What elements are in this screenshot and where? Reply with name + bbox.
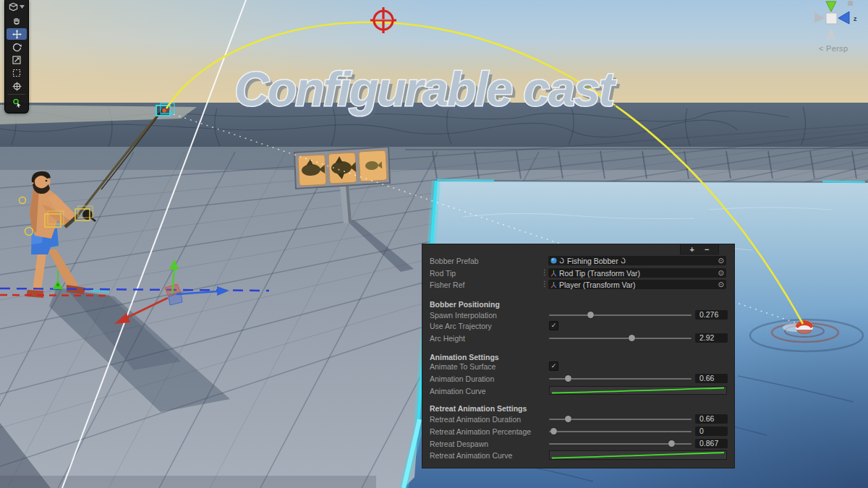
slider-value[interactable]: 0.276 <box>695 310 728 320</box>
gizmo-x-axis-cone[interactable] <box>814 12 825 23</box>
field-label: Rod Tip <box>430 269 456 278</box>
retreat-animation-curve-field[interactable] <box>549 450 727 460</box>
field-label: Bobber Prefab <box>430 257 479 265</box>
rotate-icon <box>12 43 22 52</box>
fishing-cast-inspector-panel: + − Bobber Prefab Fishing Bobber ⊙ Rod T… <box>422 244 735 468</box>
bobber-script-icon <box>559 257 565 265</box>
kebab-menu-icon[interactable]: ⋮ <box>541 280 548 288</box>
slider-handle[interactable] <box>550 428 557 435</box>
checkbox-row: Animate To Surface ✓ <box>422 361 734 372</box>
scene-tools-overlay <box>4 0 29 114</box>
retreat-animation-percentage-slider[interactable] <box>549 431 692 432</box>
field-value: Fishing Bobber <box>567 257 618 265</box>
slider-row: Retreat Despawn 0.867 <box>422 439 734 449</box>
bobber-prefab-field[interactable]: Fishing Bobber ⊙ <box>548 256 726 265</box>
gizmo-center-cube[interactable] <box>826 13 837 24</box>
array-size-buttons: + − <box>680 244 719 254</box>
slider-handle[interactable] <box>587 312 594 318</box>
slider-row: Retreat Animation Percentage 0 <box>422 427 734 437</box>
slider-label: Retreat Despawn <box>430 440 488 448</box>
animation-curve-field[interactable] <box>549 386 727 395</box>
cube-icon <box>9 2 18 12</box>
chevron-down-icon <box>20 5 25 9</box>
custom-tool-icon <box>12 98 22 108</box>
transform-icon <box>550 270 557 277</box>
add-button[interactable]: + <box>690 246 694 253</box>
retreat-animation-duration-slider[interactable] <box>549 419 692 420</box>
slider-handle[interactable] <box>565 416 571 422</box>
slider-value[interactable]: 0.867 <box>695 439 728 448</box>
transform-tool-button[interactable] <box>7 80 27 92</box>
prefab-icon <box>550 257 557 264</box>
scale-icon <box>12 56 21 64</box>
slider-row: Retreat Animation Duration 0.66 <box>422 414 734 424</box>
checkbox-label: Use Arc Trajectory <box>430 322 492 330</box>
transform-icon <box>550 281 557 288</box>
field-value: Rod Tip (Transform Var) <box>559 269 640 278</box>
rect-tool-button[interactable] <box>7 67 27 79</box>
slider-label: Spawn Interpolation <box>430 311 497 320</box>
retreat-despawn-slider[interactable] <box>549 443 692 445</box>
gizmo-z-label: z <box>854 15 857 22</box>
bottom-shade <box>0 476 376 488</box>
slider-value[interactable]: 0.66 <box>695 374 728 383</box>
object-picker-icon[interactable]: ⊙ <box>718 280 724 289</box>
unity-scene-view: Configurable cast Configurable cast <box>0 0 868 488</box>
section-header: Retreat Animation Settings <box>422 403 734 414</box>
slider-handle[interactable] <box>668 440 675 447</box>
curve-preview <box>550 451 726 459</box>
use-arc-trajectory-checkbox[interactable]: ✓ <box>549 321 558 330</box>
gizmo-z-axis-cone[interactable] <box>838 12 849 24</box>
slider-value[interactable]: 2.92 <box>695 333 728 343</box>
remove-button[interactable]: − <box>705 246 709 253</box>
projection-toggle[interactable]: < Persp <box>819 44 848 53</box>
bobber-script-icon <box>621 257 626 265</box>
slider-row: Arc Height 2.92 <box>422 333 734 343</box>
tool-settings-button[interactable] <box>6 1 27 12</box>
section-header: Bobber Positioning <box>422 299 734 309</box>
rotate-tool-button[interactable] <box>7 41 27 53</box>
fish-card <box>359 150 387 181</box>
fish-card <box>298 155 326 186</box>
hand-icon <box>12 17 21 25</box>
section-header: Animation Settings <box>422 352 734 362</box>
curve-row: Retreat Animation Curve <box>422 450 734 461</box>
gizmo-corner-square[interactable] <box>848 1 853 6</box>
animation-duration-slider[interactable] <box>549 378 692 380</box>
x-axis-dashed-line <box>0 295 107 296</box>
kebab-menu-icon[interactable]: ⋮ <box>541 268 548 276</box>
animate-to-surface-checkbox[interactable]: ✓ <box>549 361 558 371</box>
object-field-row: Bobber Prefab Fishing Bobber ⊙ <box>422 256 734 266</box>
curve-label: Animation Curve <box>430 387 486 395</box>
slider-value[interactable]: 0 <box>695 427 728 436</box>
object-picker-icon[interactable]: ⊙ <box>718 256 724 265</box>
fisher-ref-field[interactable]: Player (Transform Var) ⊙ <box>548 280 726 289</box>
slider-label: Arc Height <box>430 334 465 343</box>
scale-tool-button[interactable] <box>7 54 27 66</box>
spawn-interpolation-slider[interactable] <box>549 314 692 316</box>
hand-tool-button[interactable] <box>7 15 27 27</box>
curve-preview <box>550 387 726 394</box>
gizmo-down-cone[interactable] <box>826 29 836 39</box>
arc-height-slider[interactable] <box>549 338 692 339</box>
slider-label: Animation Duration <box>430 374 494 383</box>
checkbox-label: Animate To Surface <box>430 362 495 371</box>
field-label: Fisher Ref <box>430 281 464 289</box>
custom-editor-tool-button[interactable] <box>7 97 27 108</box>
slider-label: Retreat Animation Percentage <box>430 427 531 436</box>
object-picker-icon[interactable]: ⊙ <box>718 268 724 278</box>
gizmo-y-axis-cone[interactable] <box>826 1 836 12</box>
toolbar-separator <box>8 94 25 95</box>
slider-handle[interactable] <box>565 375 571 382</box>
slider-row: Spawn Interpolation 0.276 <box>422 310 734 320</box>
slider-value[interactable]: 0.66 <box>695 414 728 424</box>
rod-tip-field[interactable]: Rod Tip (Transform Var) ⊙ <box>548 268 726 278</box>
transform-combined-icon <box>12 82 22 91</box>
field-value: Player (Transform Var) <box>559 281 636 289</box>
object-field-row: Rod Tip ⋮ Rod Tip (Transform Var) ⊙ <box>422 268 734 278</box>
curve-row: Animation Curve <box>422 386 734 396</box>
slider-handle[interactable] <box>629 335 635 341</box>
slider-row: Animation Duration 0.66 <box>422 374 734 384</box>
move-tool-button[interactable] <box>7 28 27 40</box>
orientation-gizmo: z < Persp <box>809 0 868 59</box>
